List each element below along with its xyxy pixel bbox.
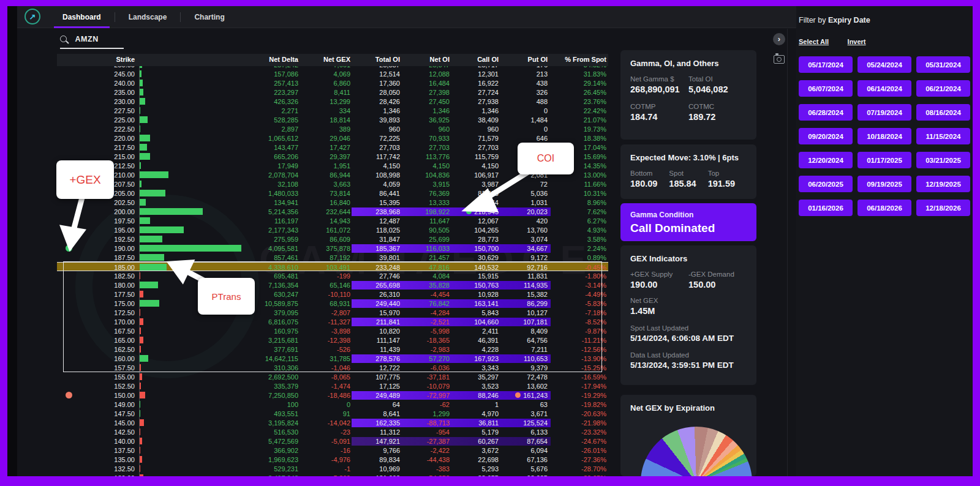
table-row[interactable]: 205.001,480,03373,81486,44176,36981,4055… [57, 189, 608, 198]
annotation-coi: COI [518, 143, 574, 174]
table-row[interactable]: 157.50310,306-1,04612,722-6,0363,3439,37… [57, 363, 608, 372]
table-row[interactable]: 192.50275,95986,60931,84725,69928,7733,0… [57, 234, 608, 244]
table-row[interactable]: 130.003,497,948-5,869131,660-54,35038,65… [57, 473, 608, 476]
tab-dashboard[interactable]: Dashboard [49, 6, 115, 28]
gex-demand: -GEX Demand 150.00 [688, 271, 747, 290]
tab-charting[interactable]: Charting [181, 6, 238, 28]
table-row[interactable]: 149.00100064-62163-19.82% [57, 400, 608, 409]
table-row[interactable]: 145.003,195,824-14,042162,335-88,71336,8… [57, 418, 608, 427]
table-row[interactable]: 220.001,065,61229,04672,22570,93371,5796… [57, 133, 608, 143]
table-row[interactable]: 135.001,969,623-4,97689,834-44,43822,698… [57, 455, 608, 464]
table-row[interactable]: 172.50379,095-2,80715,970-4,2845,84310,1… [57, 308, 608, 317]
net-delta-bar [140, 419, 144, 426]
table-row[interactable]: 155.002,692,500-8,065107,775-37,18135,29… [57, 372, 608, 381]
table-row[interactable]: 245.00157,0864,06912,51412,08812,3012133… [57, 69, 608, 78]
expiry-date-button[interactable]: 06/20/2025 [799, 176, 853, 192]
expiry-date-button[interactable]: 01/17/2025 [858, 152, 911, 168]
annotation-gex-supply: +GEX [56, 160, 114, 199]
expiry-date-button[interactable]: 12/20/2024 [799, 152, 853, 168]
table-row[interactable]: 147.50493,551918,6411,2994,9703,671-20.6… [57, 409, 608, 418]
expiry-date-button[interactable]: 01/16/2026 [799, 200, 853, 216]
table-row[interactable]: 240.00257,4136,86017,36016,48416,9224382… [57, 78, 608, 88]
table-row[interactable]: 235.00223,2978,41128,05027,39827,7243262… [57, 88, 608, 97]
panel-gamma-oi: Gamma, OI, and Others Net Gamma $268,890… [620, 50, 756, 140]
table-row[interactable]: 180.007,136,35465,146265,69835,828150,76… [57, 280, 608, 290]
expiry-date-button[interactable]: 06/18/2026 [858, 200, 911, 216]
camera-icon[interactable] [774, 55, 785, 64]
table-header: StrikeNet DeltaNet GEXTotal OINet OICall… [57, 54, 608, 66]
expiry-date-button[interactable]: 05/17/2024 [799, 56, 853, 73]
net-delta-bar [140, 309, 140, 316]
search-icon [60, 36, 67, 42]
tab-landscape[interactable]: Landscape [115, 6, 181, 28]
net-delta-bar [140, 465, 140, 472]
gex-indicators-title: GEX Indicators [620, 245, 756, 263]
column-header: Strike [43, 56, 135, 63]
table-row[interactable]: 222.502,897389960960960019.73% [57, 124, 608, 133]
expiry-date-button[interactable]: 07/19/2024 [858, 104, 911, 121]
panel-gamma-title: Gamma, OI, and Others [620, 50, 756, 68]
table-row[interactable]: 167.50160,975-3,89810,820-5,9982,4118,40… [57, 326, 608, 335]
net-delta-bar [140, 217, 150, 224]
net-delta-bar [140, 98, 145, 105]
table-row[interactable]: 160.0014,642,11531,785278,57657,270167,9… [57, 354, 608, 363]
expiry-date-button[interactable]: 11/15/2024 [916, 128, 970, 144]
expiry-date-button[interactable]: 06/21/2024 [916, 80, 970, 97]
table-row[interactable]: 177.50630,247-10,11026,310-4,45410,92815… [57, 290, 608, 299]
table-row[interactable]: 170.006,816,075-11,327211,841-2,521104,6… [57, 317, 608, 326]
gex-supply: +GEX Supply 190.00 [630, 271, 688, 290]
table-row[interactable]: 227.502,2713341,3461,3461,346022.42% [57, 106, 608, 115]
net-delta-bar [140, 327, 141, 334]
table-row[interactable]: 202.50134,94116,84015,39513,33314,3641,0… [57, 198, 608, 207]
expiry-date-button[interactable]: 03/21/2025 [916, 152, 970, 168]
table-row[interactable]: 162.50377,691-52611,439-2,9834,2287,211-… [57, 345, 608, 354]
expiry-date-button[interactable]: 10/18/2024 [858, 128, 911, 144]
table-row[interactable]: 200.005,214,356232,644238,968198,922218,… [57, 207, 608, 216]
table-row[interactable]: 182.50695,481-19927,7464,08415,91511,831… [57, 271, 608, 280]
select-all-link[interactable]: Select All [799, 38, 829, 45]
table-row[interactable]: 175.0010,589,87568,931249,44076,842163,1… [57, 299, 608, 308]
net-delta-bar [140, 181, 141, 187]
gamma-condition-value: Call Dominated [630, 222, 747, 235]
expiry-date-button[interactable]: 06/28/2024 [799, 104, 853, 121]
collapse-sidebar-icon[interactable]: › [773, 33, 785, 45]
table-row[interactable]: 137.50366,902-169,766-2,4223,6726,094-26… [57, 446, 608, 455]
table-row[interactable]: 150.007,250,850-18,486249,489-72,99788,2… [57, 391, 608, 400]
expiry-date-button[interactable]: 05/31/2024 [916, 56, 970, 73]
row-marker-dot [66, 245, 72, 252]
app-frame: ↗ DashboardLandscapeCharting AMZN GAMMAE… [0, 0, 980, 486]
table-row[interactable]: 190.004,095,581375,878185,367116,033150,… [57, 244, 608, 253]
expiry-date-button[interactable]: 09/19/2025 [858, 176, 911, 192]
table-row[interactable]: 195.002,177,343161,072118,02590,505104,2… [57, 225, 608, 234]
net-delta-bar [140, 318, 143, 325]
table-row[interactable]: 225.00528,28518,81439,89336,92538,4091,4… [57, 115, 608, 124]
table-row[interactable]: 230.00426,32613,29928,42627,45027,938488… [57, 97, 608, 106]
stat-cotmp: COTMP184.74 [630, 103, 688, 122]
table-row[interactable]: 142.50516,530-2311,312-9545,1796,133-23.… [57, 427, 608, 436]
expiry-date-button[interactable]: 06/14/2024 [858, 80, 911, 97]
net-delta-bar [140, 447, 140, 454]
invert-link[interactable]: Invert [848, 38, 866, 45]
table-row[interactable]: 197.50116,19714,94312,48711,64712,067420… [57, 216, 608, 225]
net-delta-bar [140, 282, 158, 288]
expiry-date-button[interactable]: 06/07/2024 [799, 80, 853, 97]
search-input[interactable]: AMZN [75, 35, 99, 43]
ticker-search[interactable]: AMZN [60, 33, 124, 49]
expiry-date-button[interactable]: 08/16/2024 [916, 104, 970, 121]
table-row[interactable]: 132.50529,231-110,969-3835,2935,676-28.7… [57, 464, 608, 473]
expiry-date-button[interactable]: 05/24/2024 [858, 56, 911, 73]
table-row[interactable]: 187.50857,46187,19239,80121,45730,6299,1… [57, 253, 608, 262]
net-delta-bar [140, 401, 140, 408]
strike-table: GAMMAEDGE StrikeNet DeltaNet GEXTotal OI… [57, 54, 608, 476]
net-delta-bar [140, 208, 203, 215]
net-delta-bar [140, 300, 159, 307]
expiry-date-button[interactable]: 09/20/2024 [799, 128, 853, 144]
table-row[interactable]: 152.50335,379-1,47417,125-10,0793,52313,… [57, 381, 608, 391]
expiry-date-button[interactable]: 12/18/2026 [916, 200, 970, 216]
table-row[interactable]: 185.004,338,610103,491233,24847,816140,5… [57, 262, 608, 271]
net-delta-bar [140, 153, 150, 160]
table-row[interactable]: 165.003,215,681-12,398111,147-18,36546,3… [57, 335, 608, 345]
expiry-date-button[interactable]: 12/19/2025 [916, 176, 970, 192]
table-row[interactable]: 207.5032,1083,6634,0593,9153,9877211.66% [57, 179, 608, 189]
table-row[interactable]: 140.005,472,569-5,091147,921-27,38760,26… [57, 436, 608, 446]
